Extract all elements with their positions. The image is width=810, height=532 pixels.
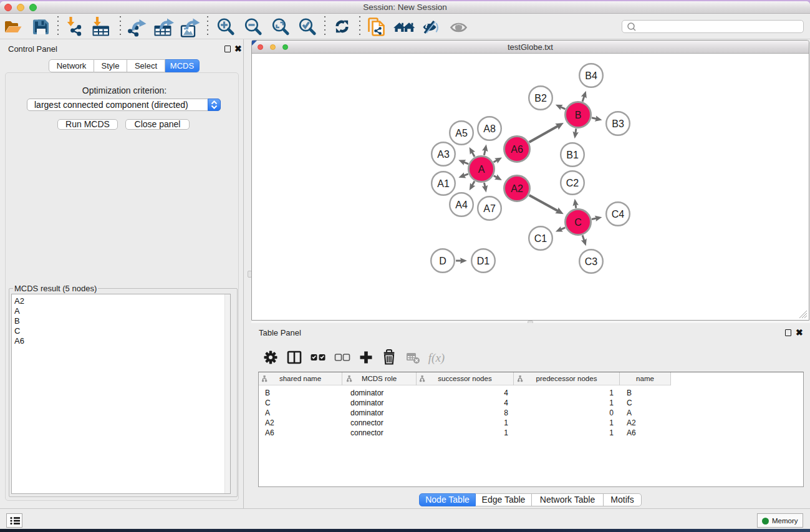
svg-text:A4: A4 [455, 200, 468, 210]
svg-text:D: D [439, 256, 446, 266]
svg-text:A2: A2 [511, 183, 523, 194]
svg-text:B4: B4 [585, 70, 597, 81]
svg-text:C3: C3 [585, 256, 598, 267]
svg-text:B3: B3 [612, 118, 624, 129]
svg-text:A3: A3 [437, 149, 450, 160]
svg-text:A8: A8 [483, 123, 496, 134]
svg-text:A: A [478, 164, 485, 175]
svg-text:B1: B1 [566, 150, 579, 160]
svg-text:C: C [574, 217, 582, 228]
svg-text:B2: B2 [534, 93, 547, 104]
svg-text:A1: A1 [437, 178, 450, 189]
svg-text:B: B [575, 110, 582, 120]
svg-text:f(x): f(x) [428, 351, 445, 365]
svg-text:D1: D1 [477, 256, 490, 266]
svg-text:C1: C1 [534, 233, 547, 244]
svg-text:A5: A5 [455, 128, 468, 138]
svg-text:C4: C4 [612, 209, 625, 220]
svg-text:A6: A6 [511, 144, 523, 155]
svg-text:C2: C2 [566, 178, 579, 188]
svg-text:A7: A7 [483, 203, 496, 214]
